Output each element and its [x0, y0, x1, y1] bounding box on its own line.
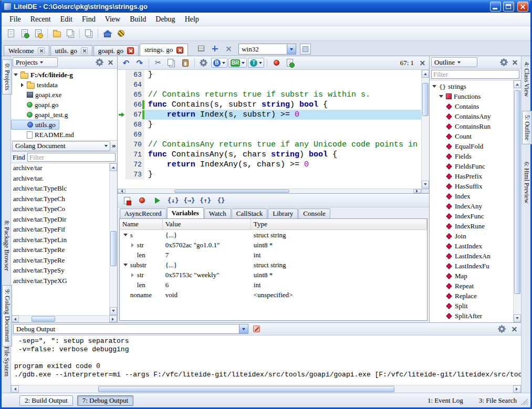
close-file-button[interactable]: [82, 27, 95, 39]
projects-view-combo[interactable]: Projects: [13, 57, 58, 67]
code-line-73[interactable]: 73 }: [118, 170, 421, 180]
target-combo[interactable]: win32: [238, 44, 296, 55]
save-file-button[interactable]: [50, 27, 63, 39]
code-line-70[interactable]: 70 // ContainsAny returns true if any Un…: [118, 140, 421, 150]
scrollbar-thumb[interactable]: [514, 90, 520, 294]
tab-close-icon[interactable]: [81, 47, 88, 54]
scroll-up-button[interactable]: [514, 80, 521, 88]
menu-build[interactable]: Build: [125, 13, 151, 26]
var-row-len[interactable]: len 6 int: [120, 280, 427, 290]
breakpoint-gutter[interactable]: [118, 90, 126, 100]
outline-fn-indexrune[interactable]: IndexRune: [430, 221, 513, 231]
tab-strings-go[interactable]: strings. go: [140, 44, 188, 56]
outline-filter-input[interactable]: [431, 70, 519, 79]
breakpoint-gutter[interactable]: [118, 70, 126, 80]
tree-item-testdata[interactable]: testdata: [11, 80, 117, 90]
var-row-s[interactable]: s {...} struct string: [120, 230, 427, 240]
resize-grip[interactable]: [521, 398, 528, 405]
breakpoint-gutter[interactable]: [118, 140, 126, 150]
scroll-right-button[interactable]: [109, 316, 117, 322]
side-tab-9-golang-document[interactable]: 9: Golang Document: [2, 285, 12, 347]
scrollbar-thumb[interactable]: [110, 231, 117, 266]
debug-arrow-icon[interactable]: [118, 110, 126, 120]
debug-tab-watch[interactable]: Watch: [204, 208, 231, 218]
doc-list-item-archive-tar-typexg[interactable]: archive/tar.TypeXG: [11, 277, 109, 287]
vars-col-type[interactable]: Type: [251, 219, 427, 229]
insert-breakpoint-button[interactable]: [121, 194, 133, 206]
outline-view-combo[interactable]: Outline: [431, 57, 477, 67]
scroll-down-button[interactable]: [422, 181, 429, 188]
undo-button[interactable]: [120, 57, 132, 69]
menu-help[interactable]: Help: [180, 13, 204, 26]
doc-filter-input[interactable]: [27, 153, 116, 162]
code-line-68[interactable]: 68 }: [118, 120, 421, 130]
side-tab-4-class-view[interactable]: 4: Class View: [522, 58, 531, 100]
breakpoint-gutter[interactable]: [118, 160, 126, 170]
tree-item-goapi-go[interactable]: goapi.go: [11, 100, 117, 110]
step-out-button[interactable]: [199, 194, 212, 206]
tree-item-f-vfc-liteide-g[interactable]: F:/vfc/liteide-g: [11, 70, 117, 80]
outline-fn-count[interactable]: Count: [430, 131, 513, 141]
doc-list-item-archive-tar[interactable]: archive/tar.: [11, 174, 109, 185]
var-row-substr[interactable]: substr {...} struct string: [120, 260, 427, 270]
var-row-noname[interactable]: noname void <unspecified>: [120, 290, 427, 300]
tab-close-icon[interactable]: [127, 47, 134, 54]
debug-tab-variables[interactable]: Variables: [167, 207, 204, 218]
doc-list-item-archive-tar-typesy[interactable]: archive/tar.TypeSy: [11, 266, 109, 277]
outline-fn-containsany[interactable]: ContainsAny: [430, 111, 513, 121]
vars-col-name[interactable]: Name: [120, 219, 163, 229]
debug-tab-console[interactable]: Console: [298, 208, 330, 218]
scroll-right-button[interactable]: [413, 189, 421, 193]
code-line-65[interactable]: 65 // Contains returns true if substr is…: [118, 90, 421, 100]
output-menu-button[interactable]: [497, 324, 506, 334]
scrollbar-thumb[interactable]: [98, 386, 395, 392]
outline-fn-fieldsfunc[interactable]: FieldsFunc: [430, 161, 513, 171]
run-to-line-button[interactable]: [215, 194, 227, 206]
scroll-up-button[interactable]: [110, 163, 117, 171]
outline-fn-index[interactable]: Index: [430, 191, 513, 201]
outline-fn-contains[interactable]: Contains: [430, 101, 513, 111]
var-row-str[interactable]: str 0x57153c "weekly" uint8 *: [120, 270, 427, 280]
breakpoint-gutter[interactable]: [118, 100, 126, 110]
menu-file[interactable]: File: [5, 13, 26, 26]
output-hscrollbar[interactable]: [11, 385, 521, 393]
doc-list-hscrollbar[interactable]: [11, 315, 117, 322]
cut-button[interactable]: [152, 57, 164, 69]
doc-list-item-archive-tar-typere[interactable]: archive/tar.TypeRe: [11, 246, 109, 256]
tree-item-readme-md[interactable]: README.md: [11, 130, 117, 140]
liteide-button[interactable]: [114, 27, 127, 39]
redo-button[interactable]: [133, 57, 146, 69]
var-row-str[interactable]: str 0x5702ac "go1.0.1" uint8 *: [120, 240, 427, 250]
tab-welcome[interactable]: Welcome: [4, 45, 49, 56]
tree-item-goapi-exe[interactable]: goapi.exe: [11, 90, 117, 100]
outline-vscrollbar[interactable]: [513, 80, 521, 322]
breakpoint-gutter[interactable]: [118, 120, 126, 130]
copy-button[interactable]: [165, 57, 178, 69]
status-item-1-event-log[interactable]: 1: Event Log: [427, 396, 463, 405]
doc-list-vscrollbar[interactable]: [109, 163, 117, 315]
outline-group-functions[interactable]: Functions: [430, 91, 513, 101]
split-editor-button[interactable]: [195, 43, 207, 55]
code-line-67[interactable]: 67 return Index(s, substr) >= 0: [118, 110, 421, 120]
outline-fn-join[interactable]: Join: [430, 231, 513, 241]
close-tab-button[interactable]: [222, 43, 235, 55]
doc-list-item-archive-tar-typeco[interactable]: archive/tar.TypeCo: [11, 205, 109, 215]
tab-utils-go[interactable]: utils. go: [50, 45, 92, 56]
outline-menu-button[interactable]: [499, 58, 508, 67]
doc-list-item-archive-tar[interactable]: archive/tar: [11, 164, 109, 174]
paste-button[interactable]: [179, 57, 192, 69]
maximize-button[interactable]: [503, 2, 514, 12]
tree-item-goapi-test-g[interactable]: goapi_test.g: [11, 110, 117, 120]
projects-menu-button[interactable]: [95, 58, 105, 67]
scroll-up-button[interactable]: [422, 70, 429, 78]
output-close-button[interactable]: [509, 324, 519, 334]
breakpoint-gutter[interactable]: [118, 150, 126, 160]
test-button[interactable]: T: [248, 58, 264, 68]
doc-list-item-archive-tar-typelin[interactable]: archive/tar.TypeLin: [11, 236, 109, 246]
code-line-66[interactable]: 66 func Contains(s, substr string) bool …: [118, 100, 421, 110]
close-button[interactable]: [517, 2, 528, 12]
scroll-right-button[interactable]: [513, 385, 521, 393]
menu-view[interactable]: View: [100, 13, 125, 26]
outline-fn-fields[interactable]: Fields: [430, 151, 513, 161]
outline-fn-equalfold[interactable]: EqualFold: [430, 141, 513, 151]
